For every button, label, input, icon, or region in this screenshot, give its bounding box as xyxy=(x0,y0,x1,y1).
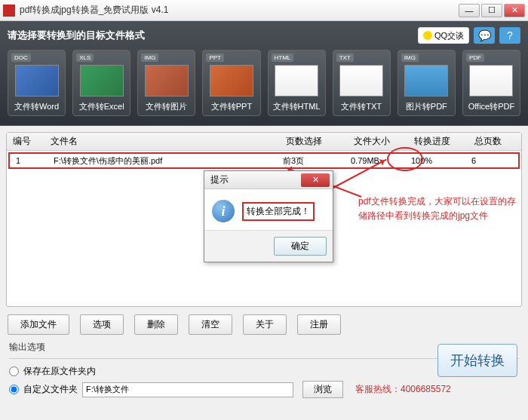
col-progress: 转换进度 xyxy=(408,135,468,148)
app-icon xyxy=(3,5,15,17)
format-excel[interactable]: XLS文件转Excel xyxy=(72,50,130,116)
dialog-title: 提示 xyxy=(210,173,229,186)
dialog-close-button[interactable]: ✕ xyxy=(301,173,330,187)
xls-icon xyxy=(80,65,124,97)
format-image[interactable]: IMG文件转图片 xyxy=(137,50,195,116)
html-icon xyxy=(275,65,318,97)
col-size: 文件大小 xyxy=(348,135,408,148)
pdf-icon xyxy=(469,65,513,97)
add-file-button[interactable]: 添加文件 xyxy=(8,314,69,335)
action-buttons: 添加文件 选项 删除 清空 关于 注册 xyxy=(0,313,528,336)
col-total: 总页数 xyxy=(468,135,521,148)
custom-folder-label: 自定义文件夹 xyxy=(23,383,78,396)
output-path-input[interactable] xyxy=(82,382,293,397)
dialog-titlebar: 提示 ✕ xyxy=(204,171,333,189)
qq-chat-button[interactable]: QQ交谈 xyxy=(418,27,469,44)
browse-button[interactable]: 浏览 xyxy=(302,381,343,398)
minimize-button[interactable]: — xyxy=(459,4,480,17)
doc-icon xyxy=(15,65,59,97)
col-page: 页数选择 xyxy=(280,135,348,148)
annotation-text: pdf文件转换完成，大家可以在设置的存储路径中看到转换完成的jpg文件 xyxy=(358,195,517,222)
table-header: 编号 文件名 页数选择 文件大小 转换进度 总页数 xyxy=(7,133,521,151)
txt-icon xyxy=(339,65,383,97)
ppt-icon xyxy=(210,65,253,97)
chat-icon[interactable]: 💬 xyxy=(474,27,495,44)
title-bar: pdf转换成jpg转换器_免费试用版 v4.1 — ☐ ✕ xyxy=(0,0,528,21)
save-original-label: 保存在原文件夹内 xyxy=(23,365,96,378)
options-button[interactable]: 选项 xyxy=(80,314,124,335)
qq-label: QQ交谈 xyxy=(434,30,464,41)
format-word[interactable]: DOC文件转Word xyxy=(8,50,66,116)
close-button[interactable]: ✕ xyxy=(504,4,525,17)
dialog-message: 转换全部完成！ xyxy=(242,202,315,221)
help-icon[interactable]: ? xyxy=(499,27,520,44)
start-convert-button[interactable]: 开始转换 xyxy=(437,344,517,377)
maximize-button[interactable]: ☐ xyxy=(481,4,502,17)
about-button[interactable]: 关于 xyxy=(243,314,287,335)
table-row[interactable]: 1 F:\转换文件\伤感中的美丽.pdf 前3页 0.79MB 100% 6 xyxy=(8,152,520,169)
format-html[interactable]: HTML文件转HTML xyxy=(268,50,326,116)
dialog-ok-button[interactable]: 确定 xyxy=(274,237,327,256)
custom-folder-radio[interactable] xyxy=(9,385,19,394)
format-ppt[interactable]: PPT文件转PPT xyxy=(202,50,260,116)
clear-button[interactable]: 清空 xyxy=(189,314,232,335)
img2-icon xyxy=(404,65,448,97)
annotation-circle xyxy=(387,147,423,171)
save-original-radio[interactable] xyxy=(9,366,19,376)
format-list: DOC文件转Word XLS文件转Excel IMG文件转图片 PPT文件转PP… xyxy=(8,50,520,116)
format-img-to-pdf[interactable]: IMG图片转PDF xyxy=(398,50,456,116)
format-office-to-pdf[interactable]: PDFOffice转PDF xyxy=(462,50,520,116)
header: 请选择要转换到的目标文件格式 QQ交谈 💬 ? DOC文件转Word XLS文件… xyxy=(0,21,528,126)
qq-icon xyxy=(423,31,432,40)
col-name: 文件名 xyxy=(45,135,280,148)
col-id: 编号 xyxy=(7,135,45,148)
format-txt[interactable]: TXT文件转TXT xyxy=(333,50,391,116)
register-button[interactable]: 注册 xyxy=(297,314,341,335)
header-title: 请选择要转换到的目标文件格式 xyxy=(8,29,145,42)
hotline-text: 客服热线：4006685572 xyxy=(355,383,451,396)
info-icon: i xyxy=(212,200,235,222)
window-title: pdf转换成jpg转换器_免费试用版 v4.1 xyxy=(20,4,459,17)
delete-button[interactable]: 删除 xyxy=(134,314,178,335)
img-icon xyxy=(145,65,189,97)
message-dialog: 提示 ✕ i 转换全部完成！ 确定 xyxy=(204,170,333,262)
